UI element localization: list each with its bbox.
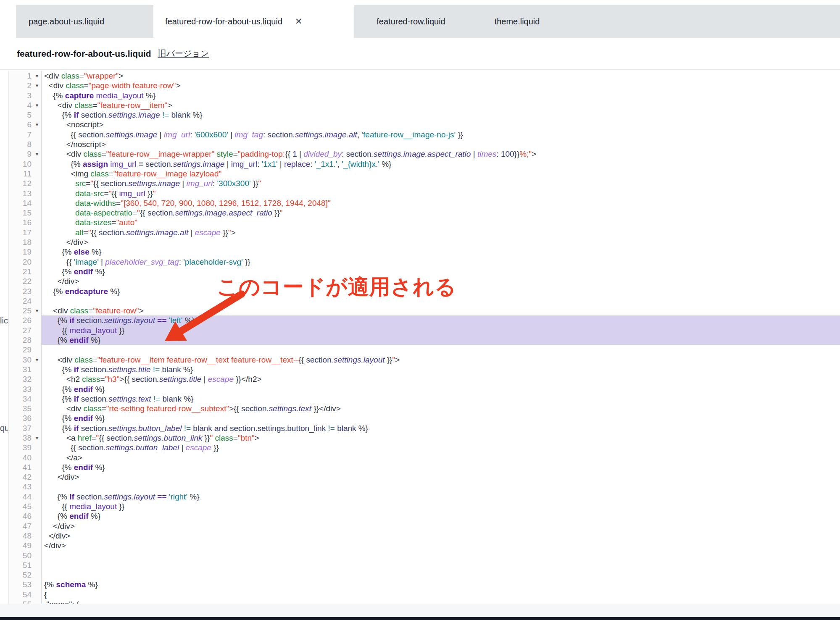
code-line-text[interactable]: {% if section.settings.text != blank %}	[42, 394, 840, 404]
code-line[interactable]: 54{	[0, 590, 840, 599]
code-line[interactable]: 27 {{ media_layout }}	[0, 326, 840, 335]
code-line[interactable]: 13 data-src="{{ img_url }}"	[0, 189, 840, 198]
fold-arrow-icon[interactable]: ▾	[33, 71, 42, 81]
tab-featured-row-for-about-us[interactable]: featured-row-for-about-us.liquid ✕	[153, 5, 354, 38]
code-line-text[interactable]: src="{{ section.settings.image | img_url…	[42, 179, 840, 188]
code-line[interactable]: 36 {% endif %}	[0, 413, 840, 423]
code-line-text[interactable]: <div class="rte-setting featured-row__su…	[42, 404, 840, 413]
code-line-text[interactable]: </div>	[42, 472, 840, 482]
code-line[interactable]: 4▾ <div class="feature-row__item">	[0, 100, 840, 110]
code-line[interactable]: 42 </div>	[0, 472, 840, 482]
code-line[interactable]: 37 {% if section.settings.button_label !…	[0, 423, 840, 433]
code-line-text[interactable]: {% else %}	[42, 247, 840, 257]
code-line-text[interactable]: {{ 'image' | placeholder_svg_tag: 'place…	[42, 257, 840, 267]
code-line[interactable]: 7 {{ section.settings.image | img_url: '…	[0, 130, 840, 139]
fold-arrow-icon[interactable]: ▾	[33, 120, 42, 129]
code-line-text[interactable]: {{ media_layout }}	[42, 502, 840, 511]
code-line-text[interactable]: </a>	[42, 453, 840, 462]
code-line[interactable]: 53{% schema %}	[0, 580, 840, 589]
fold-arrow-icon[interactable]: ▾	[33, 433, 42, 443]
code-line[interactable]: 17 alt="{{ section.settings.image.alt | …	[0, 228, 840, 237]
code-line[interactable]: 29	[0, 345, 840, 355]
code-line[interactable]: 50	[0, 551, 840, 560]
code-line-text[interactable]: <div class="page-width feature-row">	[42, 81, 840, 90]
code-line[interactable]: 43	[0, 482, 840, 491]
editor[interactable]: 1▾<div class="wrapper">2▾ <div class="pa…	[0, 69, 840, 604]
code-line[interactable]: 26 {% if section.settings.layout == 'lef…	[0, 315, 840, 325]
code-line[interactable]: 46 {% endif %}	[0, 511, 840, 521]
code-line-text[interactable]	[42, 345, 840, 355]
code-line[interactable]: 16 data-sizes="auto"	[0, 218, 840, 227]
code-line-text[interactable]: {{ section.settings.button_label | escap…	[42, 443, 840, 452]
code-line[interactable]: 1▾<div class="wrapper">	[0, 71, 840, 81]
code-line-text[interactable]: "name": {	[42, 599, 840, 604]
code-line[interactable]: 48 </div>	[0, 531, 840, 541]
code-line[interactable]: 2▾ <div class="page-width feature-row">	[0, 81, 840, 90]
code-line[interactable]: 41 {% endif %}	[0, 462, 840, 472]
code-line[interactable]: 47 </div>	[0, 521, 840, 531]
code-line[interactable]: 33 {% endif %}	[0, 384, 840, 394]
code-line-text[interactable]	[42, 482, 840, 491]
code-line[interactable]: 40 </a>	[0, 453, 840, 462]
code-line[interactable]: 15 data-aspectratio="{{ section.settings…	[0, 208, 840, 218]
code-line[interactable]: 5 {% if section.settings.image != blank …	[0, 110, 840, 120]
code-line[interactable]: 18 </div>	[0, 237, 840, 247]
code-line[interactable]: 28 {% endif %}	[0, 335, 840, 345]
fold-arrow-icon[interactable]: ▾	[33, 306, 42, 315]
code-line-text[interactable]: <noscript>	[42, 120, 840, 129]
code-line[interactable]: 20 {{ 'image' | placeholder_svg_tag: 'pl…	[0, 257, 840, 267]
code-line[interactable]: 12 src="{{ section.settings.image | img_…	[0, 179, 840, 188]
fold-arrow-icon[interactable]: ▾	[33, 81, 42, 90]
code-line[interactable]: 6▾ <noscript>	[0, 120, 840, 129]
close-icon[interactable]: ✕	[295, 16, 303, 26]
code-line-text[interactable]: {% endif %}	[42, 413, 840, 423]
code-line[interactable]: 14 data-widths="[360, 540, 720, 900, 108…	[0, 198, 840, 208]
code-line-text[interactable]: {% endif %}	[42, 511, 840, 521]
code-line-text[interactable]: <div class="wrapper">	[42, 71, 840, 81]
fold-arrow-icon[interactable]: ▾	[33, 100, 42, 110]
code-line[interactable]: 32 <h2 class="h3">{{ section.settings.ti…	[0, 374, 840, 384]
fold-arrow-icon[interactable]: ▾	[33, 355, 42, 365]
code-line-text[interactable]: {% schema %}	[42, 580, 840, 589]
code-line[interactable]: 34 {% if section.settings.text != blank …	[0, 394, 840, 404]
code-line-text[interactable]: {{ section.settings.image | img_url: '60…	[42, 130, 840, 139]
code-line[interactable]: 35 <div class="rte-setting featured-row_…	[0, 404, 840, 413]
code-line[interactable]: 11 <img class="feature-row__image lazylo…	[0, 169, 840, 179]
code-line[interactable]: 25▾ <div class="feature-row">	[0, 306, 840, 315]
code-line[interactable]: 31 {% if section.settings.title != blank…	[0, 365, 840, 374]
code-line-text[interactable]: <div class="feature-row__image-wrapper" …	[42, 149, 840, 159]
code-line-text[interactable]: {% endif %}	[42, 462, 840, 472]
code-line-text[interactable]: </div>	[42, 541, 840, 550]
code-line-text[interactable]: <img class="feature-row__image lazyload"	[42, 169, 840, 179]
code-line-text[interactable]: {% if section.settings.button_label != b…	[42, 423, 840, 433]
code-line[interactable]: 39 {{ section.settings.button_label | es…	[0, 443, 840, 452]
code-line[interactable]: 55 "name": {	[0, 599, 840, 604]
code-line[interactable]: 44 {% if section.settings.layout == 'rig…	[0, 492, 840, 502]
code-line-text[interactable]: </div>	[42, 531, 840, 541]
code-line[interactable]: 38▾ <a href="{{ section.settings.button_…	[0, 433, 840, 443]
tab-featured-row[interactable]: featured-row.liquid	[354, 5, 468, 38]
code-line-text[interactable]: <div class="feature-row__item feature-ro…	[42, 355, 840, 365]
code-line-text[interactable]	[42, 560, 840, 570]
code-line-text[interactable]: <h2 class="h3">{{ section.settings.title…	[42, 374, 840, 384]
code-line-text[interactable]: data-src="{{ img_url }}"	[42, 189, 840, 198]
code-line[interactable]: 19 {% else %}	[0, 247, 840, 257]
code-line-text[interactable]: </noscript>	[42, 139, 840, 149]
code-line[interactable]: 30▾ <div class="feature-row__item featur…	[0, 355, 840, 365]
code-line-text[interactable]: data-widths="[360, 540, 720, 900, 1080, …	[42, 198, 840, 208]
code-line[interactable]: 45 {{ media_layout }}	[0, 502, 840, 511]
old-version-link[interactable]: 旧バージョン	[158, 48, 209, 59]
code-line[interactable]: 8 </noscript>	[0, 139, 840, 149]
code-line[interactable]: 52	[0, 570, 840, 580]
code-line-text[interactable]: </div>	[42, 521, 840, 531]
tab-page-about-us[interactable]: page.about-us.liquid	[16, 5, 153, 38]
code-line-text[interactable]: data-aspectratio="{{ section.settings.im…	[42, 208, 840, 218]
code-line[interactable]: 49</div>	[0, 541, 840, 550]
code-line-text[interactable]: {% capture media_layout %}	[42, 91, 840, 100]
code-line-text[interactable]: {% assign img_url = section.settings.ima…	[42, 159, 840, 169]
code-line-text[interactable]: data-sizes="auto"	[42, 218, 840, 227]
code-line[interactable]: 10 {% assign img_url = section.settings.…	[0, 159, 840, 169]
code-line-text[interactable]	[42, 570, 840, 580]
code-line-text[interactable]: {% if section.settings.image != blank %}	[42, 110, 840, 120]
code-line-text[interactable]	[42, 551, 840, 560]
